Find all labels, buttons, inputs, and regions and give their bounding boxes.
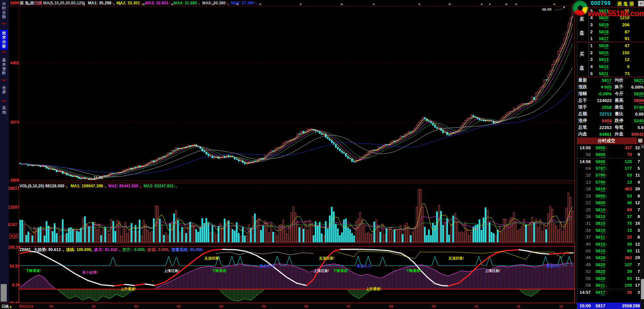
info-label: 涨幅	[577, 91, 590, 97]
tab-separator	[1, 80, 7, 82]
timeline-period[interactable]: 日线▲	[1, 304, 12, 309]
timeline-year-label: 08	[389, 304, 393, 308]
tick-row[interactable]: :465820↑36229	[577, 254, 641, 261]
sell-level-row[interactable]: 1581791	[589, 35, 644, 42]
tabstrip-grip[interactable]	[1, 284, 7, 302]
tick-scrollbar[interactable]: ▲	[640, 144, 644, 309]
period-label[interactable]: 日线	[34, 1, 42, 5]
tick-row[interactable]: :375811↑228	[577, 234, 641, 240]
sell-side-label: 盘	[580, 30, 585, 36]
buy-level-row[interactable]: 1581647	[589, 42, 644, 50]
indicator-signal-label: 见顶回落!	[448, 256, 464, 261]
vol-indicator-name[interactable]: VOL(5,10,20)	[20, 184, 44, 188]
sidebar-tab-4[interactable]: 全 屏	[0, 86, 8, 94]
vol-ma-value-MA1: MA1: 109047.398↑,	[70, 184, 106, 188]
tick-row[interactable]: :255810↑697	[577, 206, 641, 213]
tick-row[interactable]: :585800709	[577, 151, 641, 158]
info-label: 量比	[612, 111, 627, 117]
zbm2-value-4: 空方: -0.000,	[122, 247, 146, 252]
sidebar-tab-2[interactable]: 技 术 分 析	[0, 30, 8, 50]
zbm2-value-2: 顶线: 100.000,	[66, 247, 92, 252]
sell-level-row[interactable]: 35819206	[589, 21, 644, 28]
scroll-up-icon[interactable]: ▲	[641, 144, 644, 149]
tick-list-title[interactable]: 分时成交	[577, 137, 636, 144]
tick-row[interactable]: :345810133	[577, 227, 641, 234]
low-price-annotation: ←16.65	[90, 176, 103, 180]
tick-row-last[interactable]: 15:0058172558298	[577, 303, 641, 309]
tick-row[interactable]: 14:575817↑263	[577, 289, 641, 296]
timeline-bar: 日线▲ 99/11/24 00010203040506070809101112	[0, 303, 577, 309]
tick-row[interactable]: 14:5658001257	[577, 158, 641, 165]
tick-row[interactable]: :165810↑46339	[577, 186, 641, 192]
left-tab-strip: 分 时 走 势技 术 分 析基 本 资 料全 屏其 他	[0, 0, 8, 303]
sidebar-tab-5[interactable]: 其 他	[0, 106, 8, 115]
tick-row[interactable]: :105790↑5311	[577, 172, 641, 179]
chart-canvas[interactable]	[8, 0, 577, 309]
tick-row[interactable]: 14:555800↑43732	[577, 144, 641, 151]
tick-row[interactable]: :405810↓3912	[577, 241, 641, 247]
tick-row[interactable]: :4358109911	[577, 247, 641, 254]
close-icon[interactable]: ×	[638, 1, 644, 6]
buy-level-row[interactable]: 25815155	[589, 49, 644, 56]
chart-signal-mark-icon: ✳	[373, 3, 375, 6]
quote-info-panel: 最新5817均价5821涨跌▼005换手6.08%涨幅-0.09%今开5820总…	[577, 77, 644, 138]
tick-row[interactable]: :135790134	[577, 179, 641, 185]
quote-info-row: 总笔22353每笔5.6	[577, 124, 644, 131]
info-value: 5821	[627, 78, 644, 83]
sidebar-titlebar: 000799 酒 鬼 酒 ×	[577, 0, 644, 7]
tab-separator	[1, 100, 7, 102]
chart-signal-mark-icon: ✳	[553, 3, 556, 6]
timeline-year-label: 11	[517, 304, 521, 308]
quote-info-row: 涨停6404跌停5240	[577, 117, 644, 124]
info-label: 总手	[577, 97, 590, 103]
info-value: 6404	[590, 118, 612, 123]
tick-row[interactable]: :045787↓1775	[577, 165, 641, 172]
tick-row[interactable]: :3158107516	[577, 220, 641, 227]
info-value: ▼005	[590, 85, 612, 90]
chart-signal-mark-icon: ✛	[143, 3, 145, 6]
info-label: 总额	[577, 111, 590, 117]
timeline-year-label: 03	[177, 304, 181, 308]
chart-signal-mark-icon: ✳	[418, 3, 421, 6]
buy-level-row[interactable]: 458125	[589, 63, 644, 70]
ma-value-MA1: MA1: 35.298↑,	[88, 1, 115, 5]
stock-code[interactable]: 000799	[591, 0, 611, 6]
volume-header: VOL(5,10,20) 98126.000↑, MA1: 109047.398…	[20, 184, 177, 188]
zbm2-name[interactable]: ZBM2	[20, 247, 31, 252]
tick-row[interactable]: :5558209311	[577, 275, 641, 282]
info-value: 5820	[627, 91, 644, 96]
tick-row[interactable]: :195800↓538	[577, 192, 641, 199]
stock-name[interactable]: 酒 鬼 酒	[617, 1, 634, 7]
info-label: 今开	[612, 91, 627, 97]
stock-title: 酒 鬼 酒	[20, 1, 34, 5]
tick-list-header: 分时成交 细	[577, 137, 644, 144]
tick-detail-tab[interactable]: 细	[636, 137, 644, 144]
tick-row[interactable]: :285810278	[577, 213, 641, 220]
sell-level-row[interactable]: 5582181	[589, 7, 644, 14]
sidebar-tab-3[interactable]: 基 本 资 料	[0, 58, 8, 75]
tick-row[interactable]: :4958201077	[577, 261, 641, 268]
zbm2-value-3: 多方: 61.410↑,	[94, 247, 120, 252]
ma-value-MA3: MA3: 32.601↑,	[145, 1, 172, 5]
buy-level-row[interactable]: 3581312	[589, 56, 644, 63]
indicator-signal-label: 上升通道!	[121, 287, 136, 291]
tick-row[interactable]: :525820397	[577, 268, 641, 275]
ma-value-MA6: MA6: 27.390↑,	[231, 1, 257, 5]
indicator-signal-label: 上涨过急!	[164, 269, 179, 273]
info-value: 5899	[627, 98, 644, 103]
scroll-thumb[interactable]	[641, 279, 644, 299]
tick-row[interactable]: :2258004612	[577, 199, 641, 206]
tick-row[interactable]: :585811↓10917	[577, 282, 641, 288]
sidebar-tab-1[interactable]: 分 时 走 势	[0, 2, 8, 19]
ma-config-label: MA(5,10,20,30,60,120)	[43, 1, 85, 5]
chart-signal-mark-icon: ✳	[83, 3, 85, 6]
chart-signal-mark-icon: ✳	[489, 3, 491, 6]
info-label: 最高	[612, 97, 627, 103]
chart-signal-mark-icon: ✛	[505, 3, 508, 6]
sell-level-row[interactable]: 458201210	[589, 14, 644, 22]
buy-level-row[interactable]: 5581173	[589, 70, 644, 77]
info-label: 涨跌	[577, 84, 590, 90]
indicator-signal-label: 见顶回落!	[204, 256, 220, 261]
sell-level-row[interactable]: 2581887	[589, 28, 644, 35]
chart-signal-mark-icon: ✛	[341, 3, 343, 6]
